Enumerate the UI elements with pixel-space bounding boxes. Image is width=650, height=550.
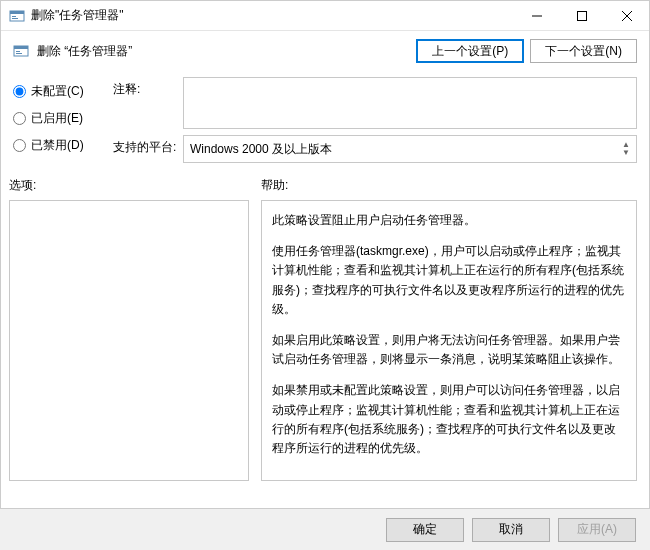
options-label: 选项: [9, 177, 249, 194]
svg-rect-5 [577, 11, 586, 20]
fields-area: 注释: 支持的平台: Windows 2000 及以上版本 ▲ ▼ [113, 77, 637, 169]
svg-rect-9 [14, 46, 28, 49]
radio-enabled-input[interactable] [13, 112, 26, 125]
app-icon [9, 8, 25, 24]
platform-spinner: ▲ ▼ [622, 142, 630, 156]
policy-icon [13, 43, 29, 59]
radio-disabled[interactable]: 已禁用(D) [13, 137, 113, 154]
svg-rect-3 [12, 18, 18, 19]
header: 删除 “任务管理器” 上一个设置(P) 下一个设置(N) [1, 31, 649, 71]
help-paragraph: 使用任务管理器(taskmgr.exe)，用户可以启动或停止程序；监视其计算机性… [272, 242, 626, 319]
window-buttons [514, 1, 649, 30]
radio-group: 未配置(C) 已启用(E) 已禁用(D) [13, 77, 113, 169]
previous-setting-button[interactable]: 上一个设置(P) [416, 39, 524, 63]
help-paragraph: 此策略设置阻止用户启动任务管理器。 [272, 211, 626, 230]
options-column: 选项: [9, 177, 249, 481]
policy-title: 删除 “任务管理器” [37, 43, 410, 60]
radio-enabled[interactable]: 已启用(E) [13, 110, 113, 127]
ok-button[interactable]: 确定 [386, 518, 464, 542]
radio-not-configured-label: 未配置(C) [31, 83, 84, 100]
options-box [9, 200, 249, 481]
svg-rect-10 [16, 51, 20, 52]
next-setting-button[interactable]: 下一个设置(N) [530, 39, 637, 63]
maximize-button[interactable] [559, 1, 604, 30]
footer: 确定 取消 应用(A) [0, 508, 650, 550]
help-box: 此策略设置阻止用户启动任务管理器。 使用任务管理器(taskmgr.exe)，用… [261, 200, 637, 481]
apply-button[interactable]: 应用(A) [558, 518, 636, 542]
radio-not-configured-input[interactable] [13, 85, 26, 98]
platform-label: 支持的平台: [113, 135, 183, 163]
radio-disabled-label: 已禁用(D) [31, 137, 84, 154]
lower-area: 选项: 帮助: 此策略设置阻止用户启动任务管理器。 使用任务管理器(taskmg… [1, 169, 649, 481]
platform-value: Windows 2000 及以上版本 [190, 141, 332, 158]
minimize-button[interactable] [514, 1, 559, 30]
svg-rect-2 [12, 16, 16, 17]
titlebar: 删除"任务管理器" [1, 1, 649, 31]
cancel-button[interactable]: 取消 [472, 518, 550, 542]
comment-input[interactable] [183, 77, 637, 129]
platform-field: Windows 2000 及以上版本 ▲ ▼ [183, 135, 637, 163]
window-title: 删除"任务管理器" [31, 7, 514, 24]
spinner-down-icon[interactable]: ▼ [622, 150, 630, 156]
close-button[interactable] [604, 1, 649, 30]
help-column: 帮助: 此策略设置阻止用户启动任务管理器。 使用任务管理器(taskmgr.ex… [261, 177, 637, 481]
help-paragraph: 如果禁用或未配置此策略设置，则用户可以访问任务管理器，以启动或停止程序；监视其计… [272, 381, 626, 458]
svg-rect-11 [16, 53, 22, 54]
radio-enabled-label: 已启用(E) [31, 110, 83, 127]
help-paragraph: 如果启用此策略设置，则用户将无法访问任务管理器。如果用户尝试启动任务管理器，则将… [272, 331, 626, 369]
config-area: 未配置(C) 已启用(E) 已禁用(D) 注释: 支持的平台: Windows … [1, 71, 649, 169]
radio-disabled-input[interactable] [13, 139, 26, 152]
comment-label: 注释: [113, 77, 183, 129]
svg-rect-1 [10, 11, 24, 14]
help-label: 帮助: [261, 177, 637, 194]
radio-not-configured[interactable]: 未配置(C) [13, 83, 113, 100]
